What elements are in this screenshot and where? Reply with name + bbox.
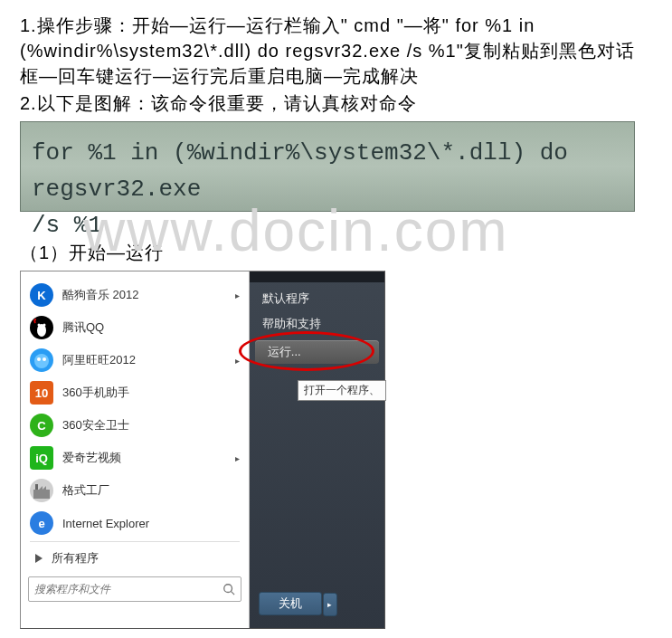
divider	[30, 541, 240, 542]
submenu-arrow-icon: ▸	[235, 356, 240, 366]
run-tooltip: 打开一个程序、	[298, 380, 386, 401]
app-icon: e	[30, 511, 53, 535]
search-input[interactable]	[34, 583, 222, 595]
start-menu-item-label: 360安全卫士	[62, 417, 129, 433]
shutdown-button[interactable]: 关机 ▸	[259, 592, 322, 615]
start-menu-item[interactable]: C360安全卫士	[24, 409, 245, 442]
search-icon	[222, 583, 235, 595]
svg-point-7	[43, 357, 46, 361]
shutdown-menu-arrow[interactable]: ▸	[323, 593, 337, 616]
submenu-arrow-icon: ▸	[235, 290, 240, 300]
start-menu-item-label: 酷狗音乐 2012	[62, 287, 139, 303]
start-menu-item[interactable]: 阿里旺旺2012▸	[24, 344, 245, 376]
svg-marker-11	[43, 486, 46, 490]
start-menu-screenshot: K酷狗音乐 2012▸腾讯QQ阿里旺旺2012▸10360手机助手C360安全卫…	[20, 271, 385, 629]
app-icon: K	[30, 283, 53, 307]
svg-rect-8	[33, 490, 50, 499]
command-line-1: for %1 in (%windir%\system32\*.dll) do r…	[32, 135, 623, 207]
start-menu-item[interactable]: iQ爱奇艺视频▸	[24, 442, 245, 474]
app-icon	[30, 316, 53, 339]
app-icon	[30, 479, 53, 502]
start-menu-item-label: 阿里旺旺2012	[62, 352, 136, 368]
start-menu-item-label: Internet Explorer	[62, 517, 149, 530]
submenu-arrow-icon: ▸	[235, 453, 240, 463]
app-icon: C	[30, 414, 53, 437]
start-menu-item-label: 腾讯QQ	[62, 319, 104, 336]
command-photo: for %1 in (%windir%\system32\*.dll) do r…	[20, 121, 635, 212]
red-circle-annotation	[239, 331, 374, 371]
svg-point-5	[34, 354, 49, 368]
app-icon: 10	[30, 381, 53, 405]
start-menu-item-label: 格式工厂	[62, 482, 109, 499]
step1-label: （1）开始—运行	[20, 241, 652, 265]
all-programs-label: 所有程序	[52, 550, 99, 567]
help-and-support[interactable]: 帮助和支持	[250, 311, 384, 337]
command-line-2: /s %1	[32, 207, 623, 243]
svg-point-2	[38, 324, 41, 327]
start-menu-item[interactable]: 10360手机助手	[24, 376, 245, 409]
app-icon: iQ	[30, 446, 53, 470]
app-icon	[30, 348, 53, 372]
svg-rect-9	[35, 484, 38, 490]
start-menu-item[interactable]: K酷狗音乐 2012▸	[24, 279, 245, 311]
default-programs[interactable]: 默认程序	[250, 286, 384, 311]
paragraph-step2: 2.以下是图解：该命令很重要，请认真核对命令	[20, 90, 652, 116]
start-menu-item[interactable]: 格式工厂	[24, 474, 245, 507]
start-menu-item-label: 360手机助手	[62, 385, 129, 401]
shutdown-label: 关机	[279, 595, 302, 612]
run-item[interactable]: 运行...	[255, 340, 379, 364]
svg-point-12	[224, 585, 232, 593]
svg-point-3	[43, 324, 46, 327]
run-label: 运行...	[268, 344, 301, 360]
svg-point-6	[37, 357, 41, 361]
start-menu-item[interactable]: eInternet Explorer	[24, 507, 245, 539]
start-menu-right-panel: 默认程序 帮助和支持 运行... 打开一个程序、 关机 ▸	[250, 271, 384, 628]
arrow-right-icon	[35, 554, 43, 563]
right-panel-header	[250, 271, 384, 282]
start-menu-item-label: 爱奇艺视频	[62, 450, 121, 466]
start-menu-left-panel: K酷狗音乐 2012▸腾讯QQ阿里旺旺2012▸10360手机助手C360安全卫…	[21, 271, 250, 628]
svg-marker-10	[39, 486, 43, 490]
start-menu-item[interactable]: 腾讯QQ	[24, 311, 245, 344]
all-programs[interactable]: 所有程序	[24, 544, 245, 573]
search-box[interactable]	[28, 576, 241, 602]
paragraph-step1: 1.操作步骤：开始―运行―运行栏输入" cmd "―将" for %1 in (…	[20, 13, 652, 89]
svg-line-13	[231, 592, 234, 595]
